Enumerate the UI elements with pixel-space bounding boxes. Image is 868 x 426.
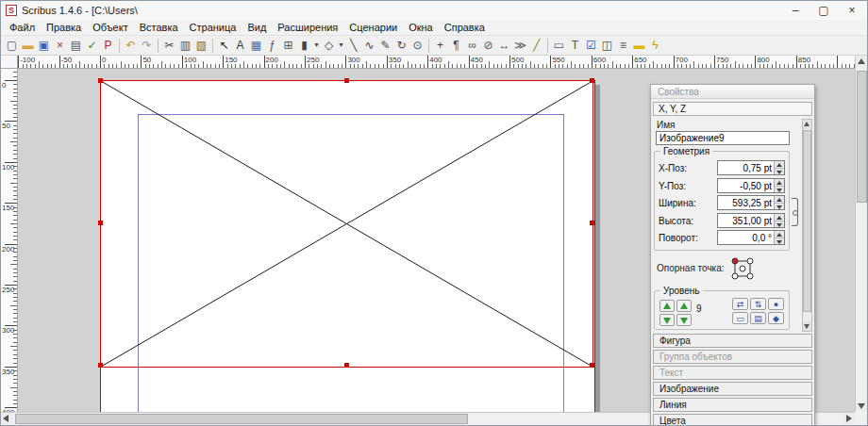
section-shape[interactable]: Фигура — [653, 334, 812, 348]
vertical-scrollbar[interactable] — [855, 56, 867, 412]
menu-item[interactable]: Справка — [439, 21, 491, 34]
polygon-dropdown-icon[interactable]: ▾ — [337, 37, 345, 54]
selection-handle[interactable] — [590, 78, 594, 83]
export-pdf-icon[interactable]: P — [100, 37, 116, 54]
section-line[interactable]: Линия — [653, 398, 812, 412]
menu-item[interactable]: Сценарии — [343, 21, 403, 34]
x-pos-spinbox[interactable] — [717, 160, 785, 175]
pdf-text-annotation-icon[interactable]: ▬ — [631, 37, 647, 54]
selection-handle[interactable] — [98, 221, 103, 225]
pdf-text-field-icon[interactable]: T — [567, 37, 583, 54]
link-width-height-icon[interactable] — [792, 198, 798, 226]
select-item-icon[interactable]: ↖ — [216, 37, 232, 54]
shape-dropdown-icon[interactable]: ▾ — [312, 37, 321, 54]
h-ruler[interactable]: -100-50050100150200250300350400450500550… — [18, 56, 855, 69]
insert-text-frame-icon[interactable]: A — [232, 37, 248, 54]
edit-text-story-editor-icon[interactable]: ¶ — [448, 37, 464, 54]
spin-down-button[interactable] — [775, 187, 784, 193]
copy-item-properties-icon[interactable]: ≫ — [512, 37, 528, 54]
lower-to-bottom-button[interactable] — [676, 314, 692, 326]
raise-level-button[interactable] — [659, 300, 675, 312]
palette-scroll-up-button[interactable] — [803, 120, 811, 129]
object-name-input[interactable] — [656, 131, 790, 145]
enable-printing-button[interactable]: ▤ — [750, 312, 766, 324]
width-input[interactable] — [718, 196, 774, 209]
spin-up-button[interactable] — [775, 196, 784, 204]
insert-shape-icon[interactable]: ▮ — [296, 37, 312, 54]
properties-palette[interactable]: Свойства X, Y, Z Имя Геометрия X-Поз:Y-П… — [650, 84, 815, 426]
vertical-scroll-thumb[interactable] — [857, 71, 867, 203]
width-spinbox[interactable] — [717, 195, 785, 210]
height-spinbox[interactable] — [717, 213, 785, 228]
insert-render-frame-icon[interactable]: ƒ — [264, 37, 280, 54]
section-text[interactable]: Текст — [653, 366, 812, 380]
pdf-push-button-icon[interactable]: ▭ — [551, 37, 567, 54]
insert-table-icon[interactable]: ⊞ — [280, 37, 296, 54]
preflight-verifier-icon[interactable]: ✓ — [84, 37, 100, 54]
lower-level-button[interactable] — [659, 314, 675, 326]
menu-item[interactable]: Вид — [242, 21, 272, 34]
insert-bezier-icon[interactable]: ∿ — [361, 37, 377, 54]
copy-icon[interactable]: ▥ — [177, 37, 193, 54]
raise-to-top-button[interactable] — [676, 300, 692, 312]
selection-handle[interactable] — [98, 363, 103, 368]
print-document-icon[interactable]: ▤ — [68, 37, 84, 54]
section-group-of-objects[interactable]: Группа объектов — [653, 350, 812, 364]
tab-xyz[interactable]: X, Y, Z — [653, 102, 812, 116]
y-pos-spinbox[interactable] — [717, 178, 785, 193]
x-pos-input[interactable] — [718, 161, 774, 174]
menu-item[interactable]: Файл — [4, 21, 41, 34]
selection-handle[interactable] — [590, 363, 594, 368]
rotate-item-icon[interactable]: ↻ — [393, 37, 409, 54]
spin-up-button[interactable] — [775, 231, 784, 238]
section-image[interactable]: Изображение — [653, 382, 812, 396]
selection-handle[interactable] — [590, 221, 594, 225]
insert-line-icon[interactable]: ╲ — [345, 37, 361, 54]
spin-down-button[interactable] — [775, 221, 784, 228]
cut-icon[interactable]: ✂ — [161, 37, 177, 54]
palette-scroll-thumb[interactable] — [803, 130, 811, 312]
section-colors[interactable]: Цвета — [653, 414, 812, 426]
insert-polygon-icon[interactable]: ◇ — [321, 37, 337, 54]
selection-handle[interactable] — [344, 363, 349, 368]
spin-down-button[interactable] — [775, 169, 784, 175]
pdf-combobox-icon[interactable]: ◫ — [599, 37, 615, 54]
spin-up-button[interactable] — [775, 179, 784, 187]
new-document-icon[interactable]: ▢ — [4, 37, 20, 54]
spin-up-button[interactable] — [775, 161, 784, 169]
menu-item[interactable]: Вставка — [134, 21, 184, 34]
pdf-bookmark-button[interactable]: ◆ — [768, 312, 784, 324]
spin-up-button[interactable] — [775, 214, 784, 221]
menu-item[interactable]: Объект — [87, 21, 133, 34]
insert-image-frame-icon[interactable]: ▦ — [248, 37, 264, 54]
insert-freehand-icon[interactable]: ✎ — [377, 37, 393, 54]
rotation-spinbox[interactable] — [717, 230, 785, 245]
palette-scroll-down-button[interactable] — [803, 321, 811, 331]
palette-scrollbar[interactable] — [802, 119, 812, 332]
rotation-input[interactable] — [718, 231, 774, 244]
selection-handle[interactable] — [344, 78, 349, 83]
redo-icon[interactable]: ↷ — [139, 37, 155, 54]
paste-icon[interactable]: ▧ — [193, 37, 209, 54]
pdf-listbox-icon[interactable]: ≡ — [615, 37, 631, 54]
page[interactable] — [100, 80, 595, 412]
menu-item[interactable]: Страница — [184, 21, 242, 34]
menu-item[interactable]: Окна — [403, 21, 439, 34]
maximize-button[interactable]: ▢ — [810, 1, 838, 20]
v-ruler[interactable]: 050100150200250300350400 — [1, 69, 18, 412]
y-pos-input[interactable] — [718, 179, 774, 192]
open-document-icon[interactable]: ▬ — [20, 37, 36, 54]
spin-down-button[interactable] — [775, 238, 784, 245]
spin-down-button[interactable] — [775, 204, 784, 210]
basepoint-widget[interactable] — [728, 254, 757, 283]
flip-horizontal-button[interactable]: ⇄ — [732, 298, 748, 310]
flip-vertical-button[interactable]: ⇅ — [750, 298, 766, 310]
ruler-origin-box[interactable] — [1, 56, 18, 69]
eye-dropper-icon[interactable]: ╱ — [528, 37, 544, 54]
selection-handle[interactable] — [98, 78, 103, 83]
menu-item[interactable]: Правка — [41, 21, 87, 34]
scroll-down-button[interactable] — [856, 400, 868, 412]
close-button[interactable]: × — [838, 1, 866, 20]
lock-object-button[interactable]: ● — [768, 298, 784, 310]
image-frame[interactable] — [100, 80, 593, 368]
